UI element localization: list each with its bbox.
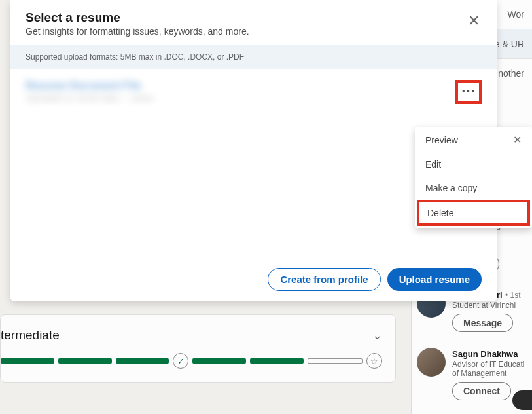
create-from-profile-button[interactable]: Create from profile [268, 268, 380, 291]
more-options-button[interactable]: ··· [455, 80, 482, 104]
modal-header: Select a resume Get insights for formatt… [10, 0, 497, 45]
resume-name: Resume Document File [26, 80, 154, 92]
menu-item-delete[interactable]: Delete [417, 200, 530, 226]
resume-meta: Uploaded on recent date — active [26, 93, 154, 103]
close-icon[interactable]: ✕ [513, 134, 522, 146]
menu-label: Preview [425, 135, 458, 145]
modal-footer: Create from profile Upload resume [10, 257, 497, 301]
resume-context-menu: Preview ✕ Edit Make a copy Delete [415, 127, 532, 228]
menu-item-edit[interactable]: Edit [415, 153, 532, 176]
modal-title: Select a resume [26, 10, 482, 25]
resume-item[interactable]: Resume Document File Uploaded on recent … [26, 80, 482, 104]
format-note: Supported upload formats: 5MB max in .DO… [10, 45, 497, 69]
upload-resume-button[interactable]: Upload resume [387, 268, 482, 291]
modal-subtitle: Get insights for formatting issues, keyw… [26, 26, 482, 37]
messaging-avatar[interactable] [512, 390, 532, 410]
close-icon[interactable]: ✕ [463, 10, 484, 31]
menu-item-make-copy[interactable]: Make a copy [415, 176, 532, 200]
menu-item-preview[interactable]: Preview ✕ [415, 127, 532, 153]
